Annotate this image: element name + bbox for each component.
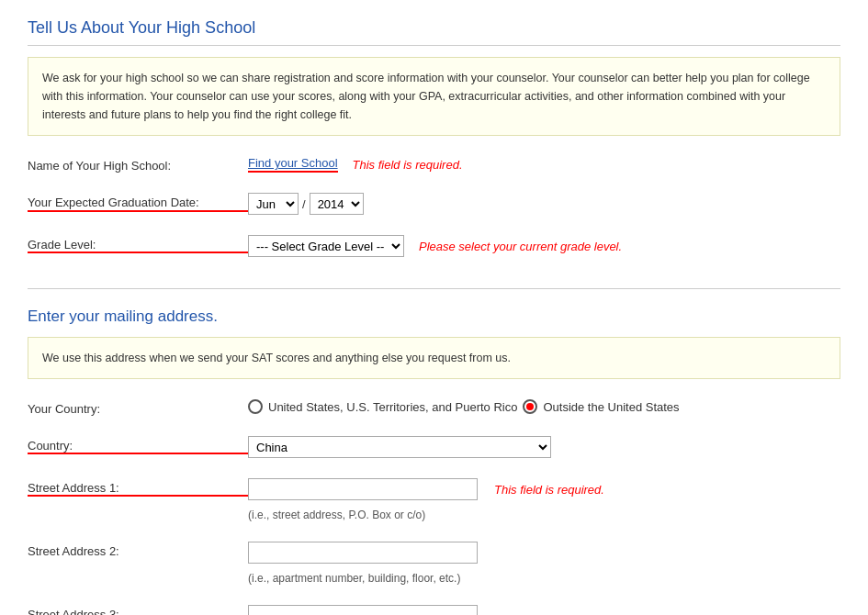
country-select-area: China United States Canada United Kingdo… xyxy=(248,436,551,458)
grade-level-error: Please select your current grade level. xyxy=(419,240,622,253)
school-required-error: This field is required. xyxy=(353,158,463,172)
mailing-section: Enter your mailing address. We use this … xyxy=(28,308,840,615)
street1-controls: This field is required. (i.e., street ad… xyxy=(248,478,604,521)
grade-level-label: Grade Level: xyxy=(28,235,248,253)
street3-input[interactable] xyxy=(248,605,478,615)
radio-us-label[interactable]: United States, U.S. Territories, and Pue… xyxy=(268,400,517,414)
high-school-section: Tell Us About Your High School We ask fo… xyxy=(28,18,840,261)
street1-row: Street Address 1: This field is required… xyxy=(28,475,840,525)
your-country-label: Your Country: xyxy=(28,399,248,416)
high-school-info-box: We ask for your high school so we can sh… xyxy=(28,57,840,136)
country-radio-group: United States, U.S. Territories, and Pue… xyxy=(248,399,680,414)
grade-level-row: Grade Level: --- Select Grade Level -- 9… xyxy=(28,231,840,261)
section-divider xyxy=(28,288,840,289)
your-country-row: Your Country: United States, U.S. Territ… xyxy=(28,396,840,419)
country-select[interactable]: China United States Canada United Kingdo… xyxy=(248,436,551,458)
grade-level-select[interactable]: --- Select Grade Level -- 9th Grade 10th… xyxy=(248,235,404,257)
grad-date-controls: JanFebMarApr MayJunJulAug SepOctNovDec /… xyxy=(248,193,364,215)
grad-year-select[interactable]: 201220132014 2015201620172018 xyxy=(310,193,364,215)
country-row: Country: China United States Canada Unit… xyxy=(28,432,840,462)
date-separator: / xyxy=(302,197,306,211)
street2-controls: (i.e., apartment number, building, floor… xyxy=(248,542,478,585)
grad-date-row: Your Expected Graduation Date: JanFebMar… xyxy=(28,189,840,218)
mailing-info-box: We use this address when we send your SA… xyxy=(28,337,840,379)
radio-outside-label[interactable]: Outside the United States xyxy=(543,400,679,414)
radio-us-icon[interactable] xyxy=(248,399,263,414)
street3-controls xyxy=(248,605,478,615)
street1-hint: (i.e., street address, P.O. Box or c/o) xyxy=(248,509,425,521)
school-name-label: Name of Your High School: xyxy=(28,156,248,173)
country-field-label: Country: xyxy=(28,436,248,454)
school-name-controls: Find your School This field is required. xyxy=(248,156,463,173)
street2-hint: (i.e., apartment number, building, floor… xyxy=(248,572,460,585)
grade-level-controls: --- Select Grade Level -- 9th Grade 10th… xyxy=(248,235,622,257)
grad-date-label: Your Expected Graduation Date: xyxy=(28,193,248,212)
street2-row: Street Address 2: (i.e., apartment numbe… xyxy=(28,538,840,588)
grad-month-select[interactable]: JanFebMarApr MayJunJulAug SepOctNovDec xyxy=(248,193,299,215)
high-school-info-text: We ask for your high school so we can sh… xyxy=(42,72,810,121)
mailing-info-text: We use this address when we send your SA… xyxy=(42,352,511,364)
street1-error: This field is required. xyxy=(494,483,604,497)
school-name-row: Name of Your High School: Find your Scho… xyxy=(28,152,840,176)
street2-label: Street Address 2: xyxy=(28,542,248,558)
street3-label: Street Address 3: xyxy=(28,605,248,615)
find-school-link[interactable]: Find your School xyxy=(248,156,338,173)
street3-row: Street Address 3: xyxy=(28,601,840,615)
street1-input[interactable] xyxy=(248,478,478,500)
mailing-title: Enter your mailing address. xyxy=(28,308,840,326)
radio-outside-icon[interactable] xyxy=(523,399,537,414)
street1-label: Street Address 1: xyxy=(28,478,248,497)
high-school-title: Tell Us About Your High School xyxy=(28,18,840,46)
street2-input[interactable] xyxy=(248,542,478,564)
